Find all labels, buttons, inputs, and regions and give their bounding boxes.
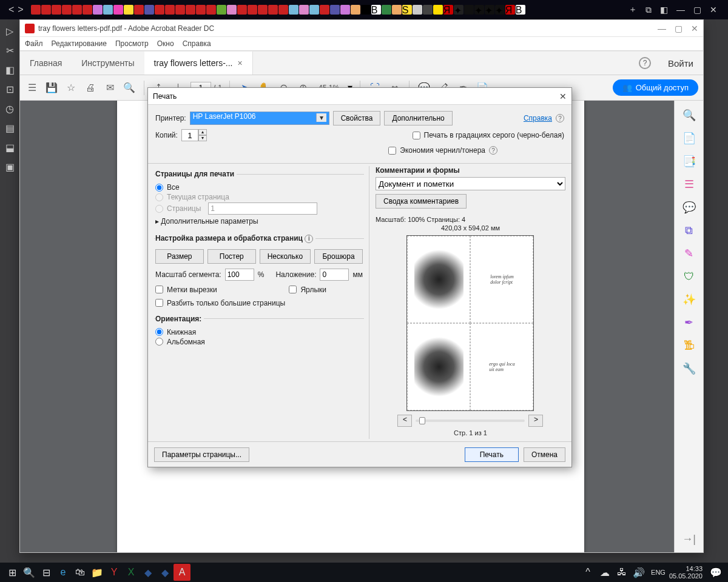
printer-select[interactable]: HP LaserJet P1006	[190, 112, 329, 125]
rail-organize-icon[interactable]: ⧉	[682, 223, 696, 238]
print-button[interactable]: Печать	[465, 447, 519, 462]
dialog-close-icon[interactable]: ✕	[559, 92, 567, 101]
close-tab-icon[interactable]: ×	[238, 58, 243, 68]
orient-landscape[interactable]: Альбомная	[155, 338, 363, 346]
forward-icon[interactable]: >	[18, 4, 23, 15]
preview-slider[interactable]	[416, 420, 525, 422]
app-minimize[interactable]: —	[658, 24, 666, 33]
rail-search-icon[interactable]: 🔍	[682, 108, 696, 122]
panel-toggle-icon[interactable]: ☰	[25, 81, 39, 95]
rail-play-icon[interactable]: ▷	[4, 25, 16, 38]
rail-compress-icon[interactable]: 🗜	[682, 338, 696, 353]
tray-network-icon[interactable]: 🖧	[613, 564, 630, 581]
menu-view[interactable]: Просмотр	[115, 39, 149, 48]
share-button[interactable]: 👥 Общий доступ	[613, 79, 698, 96]
seg-size[interactable]: Размер	[155, 249, 204, 264]
save-ink-checkbox[interactable]: Экономия чернил/тонера	[388, 146, 485, 155]
help-icon[interactable]: ?	[639, 57, 651, 69]
save-icon[interactable]: 💾	[44, 81, 59, 95]
tray-chevron-icon[interactable]: ^	[579, 564, 596, 581]
comments-select[interactable]: Документ и пометки	[376, 177, 565, 190]
help-link[interactable]: Справка	[524, 114, 552, 122]
preview-next[interactable]: >	[528, 415, 543, 427]
app1-icon[interactable]: ◆	[140, 564, 157, 581]
rail-download-icon[interactable]: ⬓	[4, 142, 16, 154]
scale-input[interactable]	[225, 269, 254, 281]
rail-protect-icon[interactable]: 🛡	[682, 269, 696, 284]
overlap-input[interactable]	[320, 269, 349, 281]
acrobat-taskbar-icon[interactable]: A	[174, 564, 190, 581]
star-icon[interactable]: ☆	[64, 81, 78, 95]
action-center-icon[interactable]: 💬	[707, 564, 724, 581]
sizing-info-icon[interactable]: i	[305, 235, 313, 243]
rail-time-icon[interactable]: ◷	[4, 103, 16, 115]
task-view-icon[interactable]: ⊟	[38, 564, 55, 581]
excel-icon[interactable]: X	[123, 564, 140, 581]
menu-edit[interactable]: Редактирование	[52, 39, 107, 48]
properties-button[interactable]: Свойства	[333, 111, 381, 125]
search-icon[interactable]: 🔍	[122, 81, 136, 95]
tray-cloud-icon[interactable]: ☁	[596, 564, 613, 581]
preview-prev[interactable]: <	[397, 415, 412, 427]
menu-file[interactable]: Файл	[25, 39, 43, 48]
comments-summary-button[interactable]: Сводка комментариев	[376, 194, 467, 209]
copies-spinner[interactable]: ▴▾	[181, 129, 207, 141]
store-icon[interactable]: 🛍	[72, 564, 89, 581]
browser-minimize[interactable]: —	[676, 5, 685, 15]
seg-brochure[interactable]: Брошюра	[314, 249, 363, 264]
app-maximize[interactable]: ▢	[675, 24, 682, 33]
cancel-button[interactable]: Отмена	[524, 447, 565, 462]
app-close[interactable]: ✕	[691, 24, 698, 33]
back-icon[interactable]: <	[8, 4, 14, 15]
rail-collapse-icon[interactable]: →|	[682, 532, 696, 546]
tray-language[interactable]: ENG	[647, 569, 669, 576]
more-params-toggle[interactable]: ▸ Дополнительные параметры	[155, 217, 363, 226]
menu-help[interactable]: Справка	[183, 39, 211, 48]
taskbar-clock[interactable]: 14:33 05.05.2020	[669, 565, 707, 580]
menu-window[interactable]: Окно	[157, 39, 174, 48]
rail-bookmark-icon[interactable]: ◧	[4, 64, 16, 76]
help-info-icon[interactable]: ?	[556, 114, 564, 122]
mail-icon[interactable]: ✉	[103, 81, 117, 95]
advanced-button[interactable]: Дополнительно	[384, 111, 452, 125]
rail-create-icon[interactable]: 📑	[682, 154, 696, 169]
print-icon[interactable]: 🖨	[83, 81, 98, 95]
rail-clip-icon[interactable]: ✂	[4, 45, 16, 57]
seg-poster[interactable]: Постер	[207, 249, 256, 264]
rail-fill-icon[interactable]: ✒	[682, 315, 696, 330]
signin-button[interactable]: Войти	[658, 58, 703, 69]
labels-checkbox[interactable]: Ярлыки	[289, 286, 326, 294]
start-button[interactable]: ⊞	[4, 564, 21, 581]
document-tab[interactable]: tray flowers letters-... ×	[144, 52, 253, 75]
app2-icon[interactable]: ◆	[157, 564, 174, 581]
rail-drawer-icon[interactable]: ▤	[4, 122, 16, 135]
edge-icon[interactable]: e	[55, 564, 72, 581]
opt-all[interactable]: Все	[155, 183, 363, 192]
copies-input[interactable]	[181, 129, 198, 141]
tray-sound-icon[interactable]: 🔊	[630, 564, 647, 581]
tab-tools[interactable]: Инструменты	[72, 52, 144, 75]
split-big-checkbox[interactable]: Разбить только большие страницы	[155, 299, 363, 307]
ink-info-icon[interactable]: ?	[489, 146, 497, 155]
explorer-icon[interactable]: 📁	[89, 564, 106, 581]
browser-close[interactable]: ✕	[710, 5, 717, 15]
yandex-icon[interactable]: Y	[106, 564, 123, 581]
grayscale-checkbox[interactable]: Печать в градациях серого (черно-белая)	[413, 131, 564, 139]
tabs-overview-icon[interactable]: ⧉	[645, 5, 652, 15]
seg-multi[interactable]: Несколько	[260, 249, 311, 264]
cut-marks-checkbox[interactable]: Метки вырезки	[155, 286, 217, 294]
orient-portrait[interactable]: Книжная	[155, 328, 363, 336]
rail-export-icon[interactable]: 📄	[682, 131, 696, 146]
page-setup-button[interactable]: Параметры страницы...	[154, 447, 249, 462]
taskbar-search-icon[interactable]: 🔍	[21, 564, 38, 581]
tab-home[interactable]: Главная	[20, 52, 72, 75]
rail-more-icon[interactable]: 🔧	[682, 361, 696, 376]
rail-enhance-icon[interactable]: ✨	[682, 292, 696, 307]
rail-comment-icon[interactable]: 💬	[682, 200, 696, 215]
rail-sign2-icon[interactable]: ✎	[682, 246, 696, 261]
rail-media-icon[interactable]: ▣	[4, 161, 16, 173]
browser-maximize[interactable]: ▢	[693, 5, 701, 15]
rail-image-icon[interactable]: ⊡	[4, 84, 16, 96]
new-tab-button[interactable]: ＋	[629, 4, 637, 15]
rail-edit-icon[interactable]: ☰	[682, 177, 696, 192]
